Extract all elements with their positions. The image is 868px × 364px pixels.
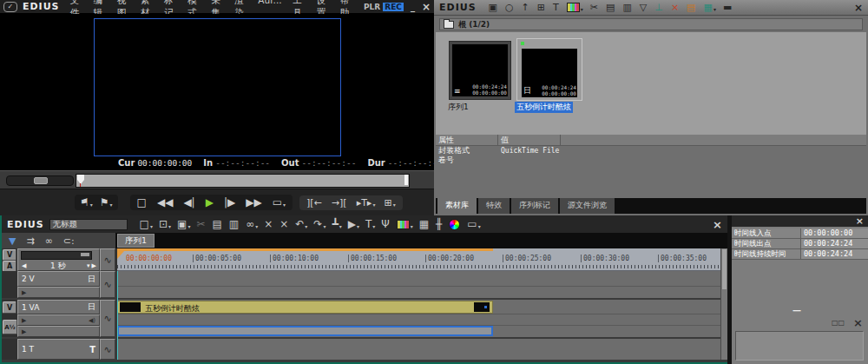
window-layout-icon[interactable]: ▭▾ [467,219,480,229]
set-in-flag-button[interactable]: ⚑▾ [80,197,93,208]
create-title-icon[interactable]: T▾ [365,219,375,229]
keyframe-curve-icon[interactable]: ∿ [103,279,111,290]
track-header-2v[interactable]: 2 V 日 [17,271,100,287]
plr-indicator[interactable]: PLR [364,3,380,11]
shuttle-slider-thumb[interactable] [34,177,48,184]
track-1va-sub2-content[interactable] [117,326,720,337]
rec-indicator[interactable]: REC [383,3,404,11]
new-sequence-icon[interactable]: □▾ [140,219,153,229]
minimize-button[interactable]: _ [411,2,415,11]
undo-icon[interactable]: ↶▾ [295,219,307,229]
sync-mode-icon[interactable]: ⊂: [63,236,75,246]
va-video-mute-button[interactable]: V [3,301,16,314]
track-header-1va[interactable]: 1 VA 日 [17,300,100,314]
vector-scope-icon[interactable]: ▦ [419,219,430,229]
playhead-marker[interactable] [77,175,84,184]
timescale-next-icon[interactable]: ▶ [92,262,96,269]
export-button[interactable]: ⊞▾ [384,198,395,208]
audio-mixer-icon[interactable]: ╫ [436,219,443,229]
track-1va-content[interactable]: 五秒倒计时酷炫 [117,300,720,314]
copy-icon[interactable]: ▤ [212,219,222,229]
expander-icon[interactable]: ▶ [22,289,26,296]
previous-frame-button[interactable]: ◀| [183,197,195,208]
keyframe-curve-icon[interactable]: ∿ [103,344,111,355]
fast-forward-button[interactable]: ▶▶ [246,197,262,208]
colorbars-icon[interactable]: ▾ [567,3,583,12]
clip-pair-icon[interactable]: □□ [832,319,845,327]
voiceover-icon[interactable]: Ψ [381,219,390,229]
copy-icon[interactable]: ▤ [606,3,615,12]
timeline-playhead-line[interactable] [117,271,118,360]
clip-audio-region[interactable] [117,326,493,336]
title-track-icon[interactable]: T [89,345,95,354]
timeline-vscrollbar-thumb[interactable] [722,249,727,289]
shuttle-slider[interactable] [6,175,74,186]
keyframe-curve-icon[interactable]: ∿ [103,313,111,324]
new-folder-icon[interactable]: ▣ [489,3,498,12]
save-project-icon[interactable]: ▣▾ [177,219,190,229]
ripple-mode-icon[interactable]: ⇉ [26,236,34,246]
track-1t-content[interactable] [117,339,720,360]
ripple-delete-icon[interactable]: × [279,219,289,229]
open-project-icon[interactable]: ⊡▾ [159,219,171,229]
paste-icon[interactable]: ▥ [622,3,632,12]
play-button[interactable]: ▶ [206,197,214,208]
timeline-zoom-slider[interactable] [21,251,92,260]
insert-overwrite-mode-icon[interactable]: ▼ [9,236,16,246]
stop-button[interactable]: □ [137,197,148,208]
toolbox-icon[interactable]: ▬ [723,3,733,12]
set-out-flag-button[interactable]: ⚑▾ [100,197,113,208]
play-around-cursor-button[interactable]: ▸T▸▾ [357,198,376,208]
create-title-icon[interactable]: T [553,3,560,12]
timeline-close-button[interactable]: × [713,218,722,231]
delete-icon[interactable]: × [671,3,680,12]
cut-icon[interactable]: ✂ [590,3,599,12]
color-correction-icon[interactable] [449,219,461,230]
clip-label[interactable]: 序列1 [448,102,469,113]
trim-mode-icon[interactable]: ▶▾ [348,219,359,229]
timeline-vscrollbar[interactable] [720,248,727,360]
track-header-1t[interactable]: 1 T T [17,339,100,360]
speaker-icon[interactable]: ◀) [89,317,95,324]
expander-icon[interactable]: ▶ [22,328,26,335]
search-icon[interactable]: ○ [505,3,515,12]
goto-in-point-button[interactable]: ][← [306,198,323,208]
video-mute-button[interactable]: V [3,249,16,261]
redo-icon[interactable]: ↷▾ [313,219,326,229]
project-name-field[interactable]: 无标题 [49,219,128,230]
tab-sequence-marker[interactable]: 序列标记 [511,198,558,214]
keyframe-curve-icon[interactable]: ∿ [103,255,111,266]
track-1va-sub1-content[interactable] [117,314,720,326]
expander-icon[interactable]: ▶ [22,317,89,324]
track-2v-content[interactable] [117,271,720,287]
paste-icon[interactable]: ▥ [229,219,240,229]
send-to-player-icon[interactable]: ▽ [640,3,648,12]
panel-delete-button[interactable]: × [853,316,863,329]
up-folder-icon[interactable]: ↑ [522,3,530,12]
properties-header-property[interactable]: 属性 [436,135,498,145]
info-panel-close-button[interactable]: × [856,215,864,227]
clip-label-selected[interactable]: 五秒倒计时酷炫 [515,102,573,113]
properties-icon[interactable]: ▤ [687,3,696,12]
view-mode-icon[interactable]: ▦▾ [704,3,716,12]
rewind-button[interactable]: ◀◀ [157,197,174,208]
display-mode-icon[interactable]: ▾ [397,220,413,229]
close-button[interactable]: × [422,1,431,13]
loop-play-button[interactable]: ▭▾ [273,197,286,208]
add-cut-point-icon[interactable]: ┻▾ [332,219,341,229]
filmstrip-icon[interactable]: 日 [88,301,95,313]
bin-clip-sequence[interactable]: ≡ 00:00:24:24 00:00:00:00 [449,41,511,100]
va-audio-mute-button[interactable]: A½ [3,320,17,334]
timescale-prev-icon[interactable]: ◀ [22,262,26,269]
tab-bin[interactable]: 素材库 [437,198,477,214]
add-to-timeline-icon[interactable]: ⊥ [654,3,664,12]
group-mode-icon[interactable]: ∞ [45,236,53,246]
bin-clip-countdown[interactable]: 日 00:00:24:24 00:00:00:00 [516,38,582,101]
timescale-selector[interactable]: ◀ 1 秒 ▾ ▶ [19,261,99,271]
filmstrip-icon[interactable]: 日 [88,274,95,285]
panel-collapse-handle[interactable]: — [792,306,801,315]
timeline-zoom-slider-thumb[interactable] [81,253,89,256]
replace-clip-icon[interactable]: ∞▾ [246,219,258,229]
position-bar[interactable] [76,174,410,188]
tab-source-browser[interactable]: 源文件浏览 [560,198,615,214]
